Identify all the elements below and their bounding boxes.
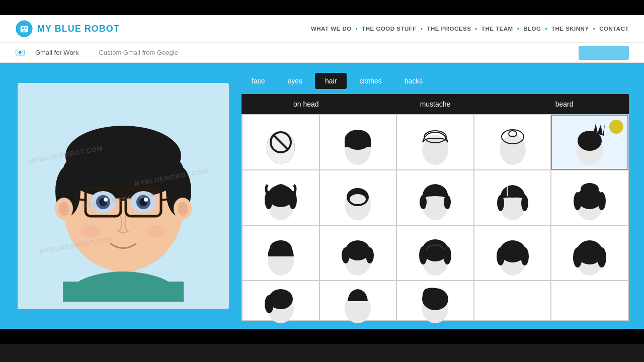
- hair-cell-none[interactable]: [242, 115, 319, 170]
- category-tabs: face eyes hair clothes backs: [242, 70, 629, 94]
- hair-icon-17: [415, 278, 455, 323]
- nav-links: WHAT WE DO • THE GOOD STUFF • THE PROCES…: [311, 26, 629, 32]
- svg-marker-49: [597, 124, 605, 136]
- svg-rect-9: [63, 282, 184, 302]
- hair-cell-10[interactable]: [242, 225, 319, 281]
- svg-rect-4: [23, 31, 25, 32]
- top-black-bar: [0, 0, 644, 15]
- logo-icon: [15, 20, 33, 38]
- ad-icon: 📧: [15, 48, 25, 57]
- hair-cell-11[interactable]: [319, 225, 397, 281]
- nav-blog[interactable]: BLOG: [523, 26, 541, 32]
- tab-backs[interactable]: backs: [394, 73, 433, 89]
- svg-rect-3: [25, 27, 27, 29]
- hair-cell-17[interactable]: [396, 281, 474, 321]
- subtab-on-head[interactable]: on head: [242, 94, 371, 114]
- svg-point-68: [598, 192, 606, 210]
- tab-face[interactable]: face: [242, 73, 275, 89]
- nav-process[interactable]: THE PROCESS: [427, 26, 471, 32]
- hair-icon-none: [261, 120, 301, 165]
- hair-cell-14[interactable]: [551, 225, 628, 281]
- nav-sep-1: •: [356, 26, 358, 32]
- hair-cell-8[interactable]: [474, 170, 551, 225]
- nav-good-stuff[interactable]: THE GOOD STUFF: [362, 26, 417, 32]
- ad-text: Gmail for Work: [35, 49, 78, 56]
- nav-contact[interactable]: CONTACT: [599, 26, 629, 32]
- tab-clothes[interactable]: clothes: [349, 73, 391, 89]
- hair-cell-4[interactable]: [551, 115, 628, 170]
- avatar-svg: [33, 90, 214, 302]
- avatar-display: MYBLUEROBOT.COM MYBLUEROBOT.COM MYBLUERO…: [15, 70, 231, 321]
- hair-icon-3: [493, 120, 533, 165]
- hair-icon-4: [570, 120, 610, 165]
- hair-cell-13[interactable]: [474, 225, 551, 281]
- hair-cell-1[interactable]: [319, 115, 397, 170]
- subtab-mustache[interactable]: mustache: [371, 94, 500, 114]
- hair-cell-5[interactable]: [242, 170, 319, 225]
- nav-sep-5: •: [545, 26, 547, 32]
- ad-bar: 📧 Gmail for Work Custom Gmail from Googl…: [0, 43, 644, 63]
- nav-skinny[interactable]: THE SKINNY: [551, 26, 589, 32]
- hair-cell-18[interactable]: [474, 281, 551, 321]
- svg-point-34: [80, 225, 101, 237]
- options-panel: face eyes hair clothes backs on head mus…: [242, 70, 629, 321]
- svg-point-71: [270, 240, 292, 256]
- hair-icon-13: [493, 230, 533, 276]
- hair-cell-16[interactable]: [319, 281, 397, 321]
- nav-what-we-do[interactable]: WHAT WE DO: [311, 26, 352, 32]
- ad-button[interactable]: [579, 46, 629, 60]
- hair-icon-15: [261, 278, 301, 323]
- ad-subtext: Custom Gmail from Google: [99, 49, 178, 56]
- svg-point-29: [104, 198, 108, 202]
- svg-point-6: [23, 23, 25, 25]
- svg-marker-50: [594, 124, 598, 133]
- navbar: MY BLUE ROBOT WHAT WE DO • THE GOOD STUF…: [0, 15, 644, 43]
- logo[interactable]: MY BLUE ROBOT: [15, 20, 120, 38]
- hair-icon-8: [493, 175, 533, 220]
- tab-eyes[interactable]: eyes: [277, 73, 312, 89]
- svg-point-35: [146, 225, 166, 237]
- svg-point-67: [574, 192, 582, 210]
- hair-icon-9: [570, 175, 610, 220]
- cursor-indicator: [609, 120, 623, 134]
- hair-cell-3[interactable]: [474, 115, 551, 170]
- svg-point-63: [497, 195, 504, 211]
- avatar-image-container: MYBLUEROBOT.COM MYBLUEROBOT.COM MYBLUERO…: [18, 83, 229, 309]
- bottom-black-bar: [0, 329, 644, 344]
- svg-point-86: [573, 247, 582, 267]
- sub-tabs-bar: on head mustache beard: [242, 94, 629, 114]
- hair-icon-2: [415, 120, 455, 165]
- tab-hair[interactable]: hair: [315, 73, 347, 89]
- svg-point-64: [521, 195, 528, 211]
- hair-icon-16: [338, 278, 378, 323]
- hair-cell-6[interactable]: [319, 170, 397, 225]
- svg-point-33: [144, 198, 148, 202]
- nav-sep-2: •: [421, 26, 423, 32]
- svg-point-16: [73, 131, 174, 171]
- hair-icon-7: [415, 175, 455, 220]
- hair-icon-11: [338, 230, 378, 276]
- avatar-section: MYBLUEROBOT.COM MYBLUEROBOT.COM MYBLUERO…: [0, 63, 644, 329]
- nav-sep-3: •: [475, 26, 477, 32]
- svg-point-90: [265, 295, 274, 313]
- nav-sep-6: •: [593, 26, 596, 32]
- nav-team[interactable]: THE TEAM: [481, 26, 513, 32]
- hair-cell-12[interactable]: [396, 225, 474, 281]
- hair-icon-5: [261, 175, 301, 220]
- logo-text-part2: ROBOT: [85, 24, 120, 34]
- subtab-beard[interactable]: beard: [500, 94, 629, 114]
- hair-cell-19[interactable]: [551, 281, 628, 321]
- svg-point-20: [178, 202, 188, 216]
- hair-icon-1: [338, 120, 378, 165]
- hair-cell-15[interactable]: [242, 281, 319, 321]
- svg-point-87: [597, 247, 606, 267]
- hair-cell-2[interactable]: [396, 115, 474, 170]
- svg-rect-41: [345, 140, 371, 147]
- hair-cell-9[interactable]: [551, 170, 628, 225]
- hair-grid: [242, 114, 629, 321]
- hair-icon-10: [261, 230, 301, 276]
- svg-point-58: [352, 196, 364, 204]
- svg-point-19: [59, 202, 69, 216]
- logo-text-part1: MY BLUE: [37, 24, 85, 34]
- hair-cell-7[interactable]: [396, 170, 474, 225]
